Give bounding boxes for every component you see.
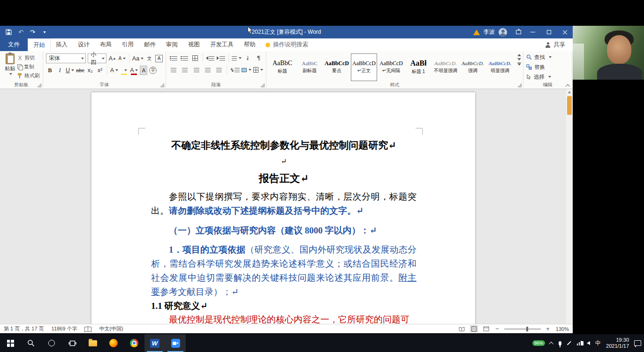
tab-mailings[interactable]: 邮件 bbox=[139, 38, 161, 51]
tab-review[interactable]: 审阅 bbox=[161, 38, 183, 51]
styles-dialog-launcher[interactable] bbox=[518, 83, 522, 87]
action-center-icon[interactable] bbox=[634, 340, 641, 346]
tab-references[interactable]: 引用 bbox=[117, 38, 139, 51]
replace-button[interactable]: 替换 bbox=[526, 63, 569, 71]
gallery-more-icon[interactable] bbox=[517, 62, 521, 66]
warning-icon[interactable] bbox=[473, 30, 480, 35]
cortana-button[interactable] bbox=[41, 334, 62, 352]
font-dialog-launcher[interactable] bbox=[160, 83, 164, 87]
document-page[interactable]: 不确定非线性系统控制参数化与最优控制问题研究↵ ↵ 报告正文↵ 参照以下提纲撰写… bbox=[91, 92, 475, 324]
scrollbar-thumb[interactable] bbox=[567, 96, 572, 115]
zoom-level[interactable]: 130% bbox=[555, 326, 569, 332]
character-border-button[interactable]: A bbox=[155, 55, 163, 62]
character-shading-button[interactable]: A bbox=[140, 66, 147, 75]
font-color-button[interactable]: A bbox=[130, 66, 138, 75]
increase-indent-button[interactable] bbox=[217, 53, 226, 63]
align-center-button[interactable] bbox=[180, 65, 189, 75]
paste-button[interactable]: 粘贴 bbox=[3, 53, 17, 81]
task-view-button[interactable] bbox=[62, 334, 83, 352]
ime-indicator[interactable]: 中 bbox=[595, 339, 601, 347]
font-size-select[interactable]: 小四 bbox=[88, 53, 106, 63]
print-layout-button[interactable] bbox=[470, 325, 478, 332]
sort-button[interactable] bbox=[243, 53, 252, 63]
numbering-button[interactable] bbox=[180, 53, 189, 63]
network-icon[interactable] bbox=[577, 341, 582, 345]
shading-button[interactable] bbox=[242, 65, 251, 75]
asian-layout-button[interactable] bbox=[232, 53, 242, 63]
save-icon[interactable] bbox=[6, 29, 12, 35]
word-taskbar-button[interactable] bbox=[144, 334, 165, 352]
style-card-keypoints[interactable]: AaBbCcD 要点 bbox=[324, 53, 350, 81]
meeting-taskbar-button[interactable] bbox=[165, 334, 186, 352]
tab-insert[interactable]: 插入 bbox=[51, 38, 73, 51]
undo-icon[interactable]: ↶ bbox=[18, 29, 23, 35]
subscript-button[interactable]: x₂ bbox=[86, 66, 94, 75]
tab-layout[interactable]: 布局 bbox=[95, 38, 117, 51]
tab-view[interactable]: 视图 bbox=[183, 38, 205, 51]
zoom-slider-thumb[interactable] bbox=[526, 327, 528, 331]
grow-font-button[interactable]: A bbox=[108, 54, 116, 63]
align-right-button[interactable] bbox=[191, 65, 201, 75]
distribute-button[interactable] bbox=[214, 65, 224, 75]
italic-button[interactable]: I bbox=[56, 66, 64, 75]
clipboard-dialog-launcher[interactable] bbox=[38, 83, 41, 87]
file-explorer-button[interactable] bbox=[83, 334, 103, 352]
style-card-title[interactable]: AaBbC 标题 bbox=[269, 53, 295, 81]
font-family-select[interactable]: 宋体 bbox=[46, 53, 86, 63]
customize-qat-icon[interactable] bbox=[42, 31, 46, 33]
style-card-normal[interactable]: AaBbCcD ↵正文 bbox=[351, 53, 377, 81]
tab-developer[interactable]: 开发工具 bbox=[205, 38, 239, 51]
taskbar-clock[interactable]: 19:30 2021/1/17 bbox=[606, 337, 629, 349]
tab-design[interactable]: 设计 bbox=[73, 38, 95, 51]
select-button[interactable]: 选择 bbox=[526, 73, 569, 81]
bullets-button[interactable] bbox=[169, 53, 178, 63]
minimize-button[interactable] bbox=[525, 26, 541, 38]
tell-me-search[interactable]: 操作说明搜索 bbox=[265, 38, 308, 51]
text-effects-button[interactable]: A bbox=[110, 66, 118, 75]
account-name[interactable]: 李波 bbox=[484, 28, 495, 36]
web-layout-button[interactable] bbox=[482, 325, 490, 332]
change-case-button[interactable]: Aa bbox=[132, 54, 144, 63]
battery-indicator[interactable]: 96% bbox=[532, 340, 545, 346]
copy-button[interactable]: 复制 bbox=[17, 63, 40, 70]
phonetic-guide-button[interactable]: 文 bbox=[145, 54, 153, 63]
ribbon-display-options-icon[interactable] bbox=[512, 26, 525, 38]
maximize-button[interactable] bbox=[541, 26, 557, 38]
language-indicator[interactable]: 中文(中国) bbox=[99, 325, 123, 332]
align-left-button[interactable] bbox=[169, 65, 178, 75]
start-button[interactable] bbox=[0, 334, 21, 352]
underline-button[interactable]: U bbox=[66, 66, 74, 75]
gallery-scroll-down-icon[interactable] bbox=[517, 58, 521, 60]
style-card-heading1[interactable]: AaBł 标题 1 bbox=[405, 53, 432, 81]
style-card-intense-emphasis[interactable]: AaBbCcD. 明显强调 bbox=[487, 53, 513, 81]
line-spacing-button[interactable] bbox=[230, 65, 240, 75]
volume-icon[interactable] bbox=[587, 341, 590, 345]
shrink-font-button[interactable]: A bbox=[118, 54, 126, 63]
chrome-button[interactable] bbox=[124, 334, 144, 352]
redo-icon[interactable]: ↷ bbox=[30, 29, 35, 35]
tab-home[interactable]: 开始 bbox=[28, 38, 51, 51]
style-card-no-spacing[interactable]: AaBbCcD ↵无间隔 bbox=[378, 53, 404, 81]
zoom-in-button[interactable] bbox=[545, 326, 551, 332]
collapse-ribbon-icon[interactable] bbox=[566, 84, 570, 87]
style-card-subtitle[interactable]: AaBbC 副标题 bbox=[296, 53, 323, 81]
decrease-indent-button[interactable] bbox=[205, 53, 214, 63]
show-formatting-marks-button[interactable]: ¶ bbox=[254, 53, 263, 63]
highlight-color-button[interactable] bbox=[120, 66, 128, 75]
cut-button[interactable]: 剪切 bbox=[17, 54, 40, 61]
gallery-scroll-up-icon[interactable] bbox=[517, 54, 521, 56]
pen-icon[interactable] bbox=[567, 341, 571, 345]
taskbar-search-button[interactable] bbox=[21, 334, 41, 352]
paragraph-dialog-launcher[interactable] bbox=[261, 83, 265, 87]
tab-help[interactable]: 帮助 bbox=[239, 38, 261, 51]
show-hidden-icons-chevron[interactable] bbox=[549, 341, 553, 346]
find-button[interactable]: 查找 bbox=[526, 53, 569, 61]
borders-button[interactable] bbox=[253, 65, 263, 75]
justify-button[interactable] bbox=[203, 65, 212, 75]
close-button[interactable] bbox=[557, 26, 573, 38]
strikethrough-button[interactable]: abc bbox=[76, 66, 84, 75]
zoom-out-button[interactable] bbox=[494, 326, 500, 332]
style-card-emphasis[interactable]: AaBbCcD. 强调 bbox=[460, 53, 486, 81]
format-painter-button[interactable]: 格式刷 bbox=[17, 72, 40, 79]
tab-file[interactable]: 文件 bbox=[0, 38, 28, 51]
